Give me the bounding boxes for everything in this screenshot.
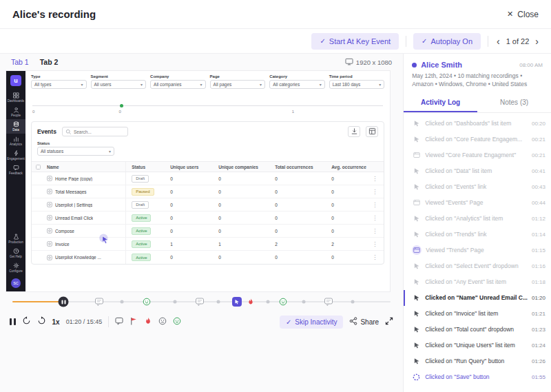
playhead-marker[interactable] xyxy=(59,297,69,307)
share-button[interactable]: Share xyxy=(349,317,379,327)
row-menu-button[interactable]: ⋮ xyxy=(370,254,380,260)
filter-time-period-dropdown[interactable]: Last 180 days ▾ xyxy=(329,80,385,89)
filter-segment-dropdown[interactable]: All users ▾ xyxy=(91,80,147,89)
event-row[interactable]: Userpilot Knowledge ... Active 0 0 0 0 ⋮ xyxy=(32,251,384,264)
filter-page-dropdown[interactable]: All pages ▾ xyxy=(210,80,266,89)
row-menu-button[interactable]: ⋮ xyxy=(370,176,380,182)
activity-text: Clicked on "Name" Unread Email C... xyxy=(425,294,528,301)
happy-button[interactable] xyxy=(173,317,181,327)
start-at-key-event-button[interactable]: ✓ Start At Key Event xyxy=(311,33,399,50)
tab-notes[interactable]: Notes (3) xyxy=(477,94,551,112)
activity-log-item[interactable]: Clicked on "Total count" dropdown 01:23 xyxy=(404,322,551,338)
flag-button[interactable] xyxy=(129,317,138,327)
activity-log-item[interactable]: Clicked on "Unique Users" list item 01:2… xyxy=(404,338,551,353)
user-name[interactable]: Alice Smith xyxy=(421,61,515,69)
sidebar-item-analytics[interactable]: Analytics xyxy=(6,134,25,148)
select-all-checkbox[interactable] xyxy=(36,165,41,169)
expand-button[interactable] xyxy=(385,317,393,327)
viewed-page-icon xyxy=(412,198,421,207)
activity-log-item[interactable]: Viewed "Events" Page 00:44 xyxy=(404,195,551,211)
event-row[interactable]: Invoice Active 1 1 2 2 ⋮ xyxy=(32,238,384,251)
sidebar-item-engagement[interactable]: Engagement xyxy=(6,148,25,163)
app-logo[interactable]: u xyxy=(10,75,21,86)
skip-inactivity-toggle[interactable]: ✓ Skip Inactivity xyxy=(280,316,344,329)
frustration-button[interactable] xyxy=(158,317,167,327)
sidebar-item-production[interactable]: Production xyxy=(6,231,25,246)
download-button[interactable] xyxy=(348,126,360,137)
activity-log-item[interactable]: Clicked on "Trends" link 01:14 xyxy=(404,227,551,243)
activity-log-item[interactable]: Clicked on "Any Event" list item 01:18 xyxy=(404,274,551,290)
activity-log-item[interactable]: Viewed "Core Feature Engagment" 00:21 xyxy=(404,147,551,163)
rage-click-button[interactable] xyxy=(144,317,152,327)
event-dot-marker[interactable] xyxy=(217,300,220,304)
event-row[interactable]: Home Page (copy) Draft 0 0 0 0 ⋮ xyxy=(32,172,384,185)
event-row[interactable]: Userpilot | Settings Draft 0 0 0 0 ⋮ xyxy=(32,198,384,212)
filter-type-dropdown[interactable]: All types ▾ xyxy=(31,80,87,89)
activity-log-item[interactable]: Clicked on "Core Feature Engagem... 00:2… xyxy=(404,132,551,147)
comment-marker[interactable] xyxy=(195,298,204,307)
event-dot-marker[interactable] xyxy=(302,300,305,304)
column-header: Total occurrences xyxy=(269,165,326,169)
comment-button[interactable] xyxy=(115,317,123,327)
event-icon xyxy=(47,255,52,260)
activity-log-item[interactable]: Clicked on "Events" link 00:43 xyxy=(404,179,551,195)
sentiment-marker[interactable] xyxy=(143,298,151,306)
comment-marker[interactable] xyxy=(324,298,333,307)
sidebar-item-get-help[interactable]: Get Help xyxy=(6,246,25,260)
autoplay-toggle[interactable]: ✓ Autoplay On xyxy=(413,33,481,50)
activity-log-item[interactable]: Clicked on "Select Event" dropdown 01:16 xyxy=(404,258,551,274)
row-menu-button[interactable]: ⋮ xyxy=(370,228,380,234)
sidebar-item-feedback[interactable]: Feedback xyxy=(6,163,25,177)
playback-speed-button[interactable]: 1x xyxy=(52,318,60,326)
filter-company-dropdown[interactable]: All companies ▾ xyxy=(150,80,206,89)
row-menu-button[interactable]: ⋮ xyxy=(370,202,380,208)
sentiment-marker[interactable] xyxy=(279,298,287,306)
comment-marker[interactable] xyxy=(95,298,104,307)
chart-point[interactable] xyxy=(120,104,123,107)
activity-log-item[interactable]: Clicked on "Data" list item 00:41 xyxy=(404,163,551,179)
pause-button[interactable] xyxy=(10,318,16,325)
activity-log-item[interactable]: Clicked on "Run Query" button 01:26 xyxy=(404,353,551,369)
tab-activity-log[interactable]: Activity Log xyxy=(404,94,477,112)
activity-log-item[interactable]: Clicked on "Name" Unread Email C... 01:2… xyxy=(404,290,551,306)
forward-10-button[interactable] xyxy=(37,316,46,327)
event-dot-marker[interactable] xyxy=(351,300,355,304)
event-row[interactable]: Unread Email Click Active 0 0 0 0 ⋮ xyxy=(32,212,384,225)
current-event-marker[interactable] xyxy=(232,297,242,307)
avatar[interactable]: SC xyxy=(11,278,21,288)
row-menu-button[interactable]: ⋮ xyxy=(370,215,380,221)
filter-label: Time period xyxy=(329,74,385,79)
sidebar-item-configure[interactable]: Configure xyxy=(6,260,25,275)
chevron-right-icon[interactable]: › xyxy=(534,37,540,46)
filter-category-dropdown[interactable]: All categories ▾ xyxy=(269,80,325,89)
sidebar-item-people[interactable]: People xyxy=(6,105,25,119)
row-menu-button[interactable]: ⋮ xyxy=(370,241,380,247)
tab-1[interactable]: Tab 1 xyxy=(11,58,29,66)
close-button[interactable]: ✕ Close xyxy=(507,10,539,19)
event-dot-marker[interactable] xyxy=(121,300,124,304)
table-view-button[interactable] xyxy=(366,126,378,137)
activity-log-item[interactable]: Viewed "Trends" Page 01:15 xyxy=(404,243,551,258)
event-dot-marker[interactable] xyxy=(174,300,177,304)
event-row[interactable]: Compose Active 0 0 0 0 ⋮ xyxy=(32,225,384,238)
status-filter-dropdown[interactable]: All statuses ▾ xyxy=(37,147,114,156)
unique-companies-cell: 0 xyxy=(213,216,269,220)
sidebar-item-dashboards[interactable]: Dashboards xyxy=(6,90,25,105)
chevron-left-icon[interactable]: ‹ xyxy=(495,37,501,46)
status-badge: Active xyxy=(132,240,151,248)
playback-timeline[interactable] xyxy=(12,293,391,310)
rewind-10-button[interactable] xyxy=(22,316,31,327)
tab-2[interactable]: Tab 2 xyxy=(40,58,59,66)
avg-occurrence-cell: 0 xyxy=(326,216,370,220)
rage-click-marker[interactable] xyxy=(247,298,254,306)
event-row[interactable]: Total Meesages Paused 0 0 0 0 ⋮ xyxy=(32,185,384,198)
sidebar-item-label: Dashboards xyxy=(8,99,24,103)
row-menu-button[interactable]: ⋮ xyxy=(370,189,380,195)
sidebar-item-data[interactable]: Data xyxy=(6,119,25,134)
activity-log-item[interactable]: Clicked on "Save" button 01:55 xyxy=(404,369,551,385)
activity-log-item[interactable]: Clicked on "Dashboards" list item 00:20 xyxy=(404,116,551,132)
activity-log-item[interactable]: Clicked on "Analytics" list item 01:12 xyxy=(404,211,551,227)
search-input[interactable] xyxy=(74,130,125,134)
event-dot-marker[interactable] xyxy=(266,300,269,304)
activity-log-item[interactable]: Clicked on "Invoice" list item 01:21 xyxy=(404,306,551,322)
